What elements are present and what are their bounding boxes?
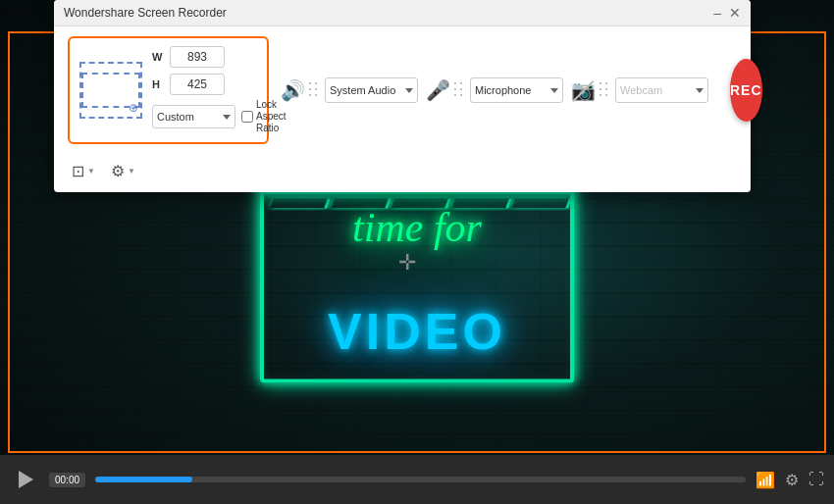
rec-button[interactable]: REC [730, 59, 762, 122]
av-controls: 🔊 System Audio 🎤 [281, 77, 708, 103]
dot [599, 94, 601, 96]
neon-text-time: time for [260, 204, 574, 251]
dot [315, 94, 317, 96]
play-icon [19, 471, 33, 488]
dot [309, 82, 311, 84]
system-audio-select[interactable]: System Audio [325, 77, 418, 103]
dialog-titlebar: Wondershare Screen Recorder – ✕ [54, 0, 751, 26]
settings-icon[interactable]: ⚙ [785, 471, 799, 489]
microphone-select[interactable]: Microphone [470, 77, 563, 103]
webcam-device: 📷 Webcam [571, 77, 708, 103]
webcam-icon: 📷 [571, 78, 596, 102]
dot [315, 88, 317, 90]
dot [605, 94, 607, 96]
dot [605, 82, 607, 84]
dot [309, 88, 311, 90]
dot [460, 88, 462, 90]
screenshot-button[interactable]: ⊡ ▼ [68, 160, 99, 182]
preset-select[interactable]: Custom 720p 1080p 480p [152, 105, 235, 128]
height-input[interactable] [170, 74, 225, 95]
bottom-bar: 00:00 📶 ⚙ ⛶ [0, 455, 834, 504]
dot [599, 88, 601, 90]
recorder-dialog: Wondershare Screen Recorder – ✕ ⊕ W H [54, 0, 751, 192]
record-area-panel: ⊕ W H Custom 720p [68, 36, 269, 144]
minimize-button[interactable]: – [713, 6, 721, 20]
height-row: H [152, 74, 287, 95]
screenshot-chevron: ▼ [87, 167, 95, 176]
dimensions-panel: W H Custom 720p 1080p 480p [152, 46, 287, 134]
time-display: 00:00 [49, 473, 85, 487]
progress-bar[interactable] [95, 477, 746, 482]
webcam-select[interactable]: Webcam [615, 77, 708, 103]
dot [460, 82, 462, 84]
settings-button[interactable]: ⚙ ▼ [107, 160, 139, 182]
microphone-icon: 🎤 [426, 78, 450, 102]
drag-handle-audio [309, 82, 319, 98]
dot [309, 94, 311, 96]
close-button[interactable]: ✕ [729, 6, 741, 20]
lock-aspect-label: Lock AspectRatio [241, 99, 287, 134]
settings-chevron: ▼ [128, 167, 135, 176]
width-row: W [152, 46, 287, 68]
dialog-toolbar: ⊡ ▼ ⚙ ▼ [54, 154, 751, 192]
progress-fill [95, 477, 192, 482]
area-preview: ⊕ [79, 62, 142, 119]
dot [599, 82, 601, 84]
neon-text-video: VIDEO [260, 302, 574, 361]
drag-handle-webcam [599, 82, 609, 98]
drag-handle-mic [454, 82, 464, 98]
gear-icon: ⚙ [111, 162, 125, 180]
dialog-body: ⊕ W H Custom 720p [54, 26, 751, 154]
screenshot-icon: ⊡ [72, 162, 84, 180]
move-icon: ⊕ [129, 101, 138, 115]
window-controls: – ✕ [713, 6, 741, 20]
dot [605, 88, 607, 90]
dot [454, 94, 456, 96]
microphone-device: 🎤 Microphone [426, 77, 563, 103]
move-cursor-icon[interactable]: ✛ [398, 250, 416, 276]
dot [454, 88, 456, 90]
dot [460, 94, 462, 96]
area-bottom: Custom 720p 1080p 480p Lock AspectRatio [152, 99, 287, 134]
fullscreen-icon[interactable]: ⛶ [808, 471, 824, 488]
signal-icon: 📶 [756, 471, 775, 489]
width-input[interactable] [170, 46, 225, 68]
dot [454, 82, 456, 84]
play-button[interactable] [10, 465, 39, 494]
area-dimensions: W H [152, 46, 287, 95]
lock-aspect-text: Lock AspectRatio [256, 99, 287, 134]
dialog-title: Wondershare Screen Recorder [64, 6, 227, 20]
lock-aspect-checkbox[interactable] [241, 111, 253, 123]
system-audio-device: 🔊 System Audio [281, 77, 418, 103]
height-label: H [152, 78, 166, 90]
width-label: W [152, 51, 166, 63]
dot [315, 82, 317, 84]
speaker-icon: 🔊 [281, 78, 305, 102]
